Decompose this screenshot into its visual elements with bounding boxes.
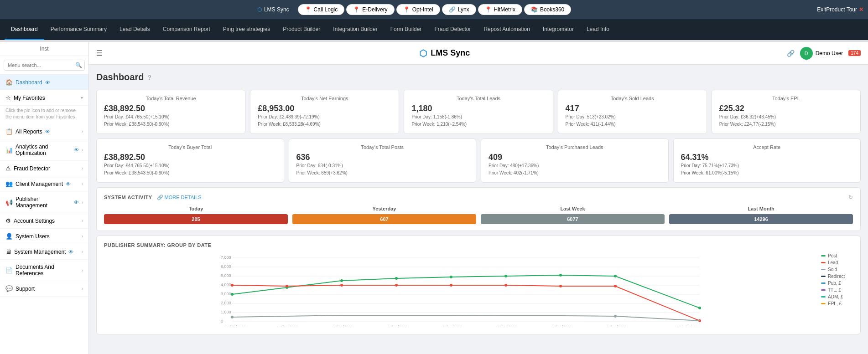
svg-point-31 bbox=[559, 285, 562, 287]
sidebar-item-client-mgmt[interactable]: 👥 Client Management 👁 › bbox=[0, 176, 88, 192]
svg-text:07/03/2023: 07/03/2023 bbox=[442, 325, 463, 326]
legend-adm: ADM, £ bbox=[821, 294, 853, 299]
help-icon[interactable]: ? bbox=[147, 74, 151, 81]
tab-books360[interactable]: 📚 Books360 bbox=[524, 4, 571, 15]
activity-bar-lastmonth: 14296 bbox=[669, 214, 853, 224]
link-icon[interactable]: 🔗 bbox=[787, 50, 795, 57]
nav-comparison-report[interactable]: Comparison Report bbox=[156, 19, 217, 40]
tab-call-logic[interactable]: 📍 Call Logic bbox=[298, 4, 345, 15]
more-details-link[interactable]: 🔗 MORE DETAILS bbox=[157, 195, 202, 200]
chart-title: PUBLISHER SUMMARY: GROUP BY DATE bbox=[104, 242, 853, 248]
stat-total-posts: Today's Total Posts 636 Prior Day: 634(-… bbox=[289, 139, 477, 183]
svg-text:4,000: 4,000 bbox=[221, 282, 231, 287]
svg-text:6,000: 6,000 bbox=[221, 264, 231, 269]
legend-dot-adm bbox=[821, 296, 826, 298]
sidebar-item-favorites[interactable]: ☆ My Favorites ▾ bbox=[0, 90, 88, 106]
activity-bar-lastweek: 6077 bbox=[481, 214, 665, 224]
sidebar-item-all-reports[interactable]: 📋 All Reports 👁 › bbox=[0, 124, 88, 139]
nav-repost-automation[interactable]: Repost Automation bbox=[477, 19, 536, 40]
sidebar-item-analytics[interactable]: 📊 Analytics and Optimization 👁 › bbox=[0, 139, 88, 161]
main-content: ☰ ⬡ LMS Sync 🔗 D Demo User 174 Dashboard… bbox=[89, 42, 868, 354]
svg-text:06/29/2023: 06/29/2023 bbox=[225, 325, 246, 326]
chart-area: 7,000 6,000 5,000 4,000 3,000 2,000 1,00… bbox=[104, 253, 853, 328]
tab-e-delivery[interactable]: 📍 E-Delivery bbox=[346, 4, 394, 15]
tab-hitmetrix[interactable]: 📍 HitMetrix bbox=[478, 4, 522, 15]
sidebar-item-label: Support bbox=[16, 286, 35, 292]
eye-icon: 👁 bbox=[68, 249, 73, 255]
avatar: D bbox=[800, 47, 813, 60]
nav-lead-info[interactable]: Lead Info bbox=[580, 19, 616, 40]
refresh-icon[interactable]: ↻ bbox=[848, 194, 853, 200]
page-title: Dashboard ? bbox=[96, 72, 861, 82]
svg-point-30 bbox=[504, 284, 507, 287]
legend-dot-lead bbox=[821, 262, 826, 263]
dashboard-icon: 🏠 bbox=[5, 79, 13, 86]
stat-purchased-leads: Today's Purchased Leads 409 Prior Day: 4… bbox=[481, 139, 669, 183]
sidebar-search-area: 🔍 bbox=[0, 56, 88, 75]
nav-dashboard[interactable]: Dashboard bbox=[5, 19, 44, 40]
search-input[interactable] bbox=[4, 60, 85, 71]
svg-text:07/04/2023: 07/04/2023 bbox=[497, 325, 517, 326]
favorites-note: Click the pin icon to add or remove the … bbox=[0, 106, 88, 124]
sidebar-item-label: Client Management bbox=[16, 181, 63, 187]
opt-intel-icon: 📍 bbox=[403, 6, 410, 13]
nav-performance-summary[interactable]: Performance Summary bbox=[44, 19, 113, 40]
sidebar-item-documents[interactable]: 📄 Documents And References › bbox=[0, 260, 88, 281]
fraud-icon: ⚠ bbox=[5, 165, 11, 172]
sidebar-item-fraud[interactable]: ⚠ Fraud Detector › bbox=[0, 161, 88, 176]
svg-point-18 bbox=[340, 279, 343, 282]
svg-point-23 bbox=[614, 275, 617, 277]
nav-lead-details[interactable]: Lead Details bbox=[113, 19, 156, 40]
system-icon: 🖥 bbox=[5, 248, 11, 255]
chart-legend: Post Lead Sold Redirect bbox=[816, 253, 853, 328]
tab-lms-sync[interactable]: ⬡ LMS Sync bbox=[250, 4, 296, 15]
tab-lynx[interactable]: 🔗 Lynx bbox=[442, 4, 476, 15]
legend-sold: Sold bbox=[821, 267, 853, 272]
legend-dot-pub bbox=[821, 282, 826, 284]
nav-integromator[interactable]: Integromator bbox=[536, 19, 580, 40]
svg-text:06/30/2023: 06/30/2023 bbox=[278, 325, 298, 326]
top-nav-tabs: ⬡ LMS Sync 📍 Call Logic 📍 E-Delivery 📍 O… bbox=[5, 4, 817, 15]
page-body: Dashboard ? Today's Total Revenue £38,89… bbox=[89, 65, 868, 342]
sidebar-item-system-mgmt[interactable]: 🖥 System Management 👁 › bbox=[0, 244, 88, 260]
system-activity-card: SYSTEM ACTIVITY 🔗 MORE DETAILS ↻ Today 2… bbox=[96, 187, 861, 231]
sidebar-item-label: Account Settings bbox=[14, 218, 55, 224]
exit-tour-button[interactable]: ExitProduct Tour ✕ bbox=[817, 6, 863, 13]
hamburger-menu-button[interactable]: ☰ bbox=[96, 49, 103, 57]
svg-point-22 bbox=[559, 274, 562, 277]
user-area[interactable]: D Demo User bbox=[800, 47, 843, 60]
notification-badge[interactable]: 174 bbox=[848, 50, 861, 56]
nav-integration-builder[interactable]: Integration Builder bbox=[327, 19, 384, 40]
nav-ping-tree[interactable]: Ping tree strategies bbox=[217, 19, 276, 40]
chevron-right-icon: › bbox=[82, 181, 83, 186]
svg-point-32 bbox=[614, 285, 617, 287]
nav-product-builder[interactable]: Product Builder bbox=[276, 19, 327, 40]
sidebar-item-system-users[interactable]: 👤 System Users › bbox=[0, 229, 88, 244]
nav-form-builder[interactable]: Form Builder bbox=[384, 19, 428, 40]
tab-opt-intel[interactable]: 📍 Opt-Intel bbox=[396, 4, 440, 15]
chevron-right-icon: › bbox=[82, 129, 83, 134]
e-delivery-icon: 📍 bbox=[353, 6, 360, 13]
sidebar-inst-label: Inst bbox=[0, 42, 88, 56]
chevron-down-icon: ▾ bbox=[81, 95, 83, 100]
eye-icon: 👁 bbox=[45, 80, 50, 85]
sidebar-item-label: My Favorites bbox=[14, 95, 45, 101]
app-header: ☰ ⬡ LMS Sync 🔗 D Demo User 174 bbox=[89, 42, 868, 65]
content-layout: Inst 🔍 🏠 Dashboard 👁 ☆ My Favorites ▾ Cl… bbox=[0, 42, 868, 354]
chart-svg: 7,000 6,000 5,000 4,000 3,000 2,000 1,00… bbox=[104, 253, 812, 328]
legend-dot-redirect bbox=[821, 276, 826, 277]
stats-row-2: Today's Buyer Total £38,892.50 Prior Day… bbox=[96, 139, 861, 183]
stat-epl: Today's EPL £25.32 Prior Day: £36.32(+43… bbox=[712, 90, 861, 134]
chevron-right-icon: › bbox=[82, 234, 83, 239]
sidebar-item-label: System Users bbox=[16, 233, 50, 240]
sidebar-item-support[interactable]: 💬 Support › bbox=[0, 281, 88, 297]
sidebar-item-label: Documents And References bbox=[16, 264, 79, 277]
sidebar-item-dashboard[interactable]: 🏠 Dashboard 👁 bbox=[0, 75, 88, 90]
support-icon: 💬 bbox=[5, 285, 13, 292]
chevron-right-icon: › bbox=[82, 286, 83, 291]
svg-text:0: 0 bbox=[221, 319, 223, 323]
nav-fraud-detector[interactable]: Fraud Detector bbox=[428, 19, 477, 40]
sidebar-item-publisher-mgmt[interactable]: 📢 Publisher Management 👁 › bbox=[0, 192, 88, 213]
sidebar-item-account-settings[interactable]: ⚙ Account Settings › bbox=[0, 213, 88, 229]
svg-text:07/05/2023: 07/05/2023 bbox=[551, 325, 572, 326]
